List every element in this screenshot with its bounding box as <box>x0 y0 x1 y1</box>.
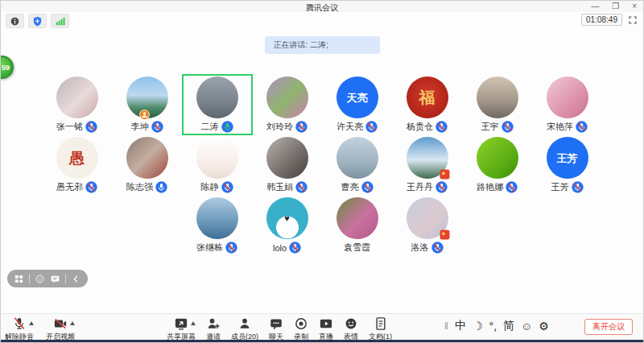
participant-tile[interactable]: 天亮许天亮 <box>323 75 392 134</box>
avatar <box>266 137 308 179</box>
toolbar-invite-icon-wrap <box>206 316 221 331</box>
participant-name-row: 李坤 <box>131 121 163 133</box>
mic-status-icon <box>576 121 588 133</box>
meeting-info-button[interactable] <box>6 14 24 28</box>
expand-arrow-icon[interactable] <box>191 321 196 325</box>
ime-settings-icon[interactable]: ⚙ <box>539 320 549 333</box>
participant-name: 王芳 <box>551 181 569 193</box>
participant-tile[interactable]: 宋艳萍 <box>533 75 602 134</box>
participant-tile[interactable]: 李坤 <box>113 75 182 134</box>
participant-tile[interactable]: 韩玉娟 <box>253 135 322 195</box>
mic-status-icon <box>436 181 448 193</box>
participant-tile[interactable]: 洛洛 <box>393 196 462 255</box>
avatar-text: 愚 <box>69 151 85 166</box>
ime-simplified-chinese[interactable]: 简 <box>503 319 514 333</box>
participant-name-row: 王宇 <box>481 121 514 133</box>
toolbar-share-screen-button[interactable]: 共享屏幕 <box>167 316 196 342</box>
toolbar-docs-icon-wrap <box>374 316 388 331</box>
ime-bar[interactable]: ‖中☽°,简☺⚙ <box>444 319 549 333</box>
avatar <box>407 137 448 179</box>
ime-emoji-icon[interactable]: ☺ <box>521 320 532 333</box>
close-button[interactable]: × <box>632 2 637 11</box>
avatar <box>477 76 518 118</box>
participant-tile-active-speaker[interactable]: 二涛 <box>183 75 252 134</box>
participant-tile[interactable]: 陈静 <box>183 135 252 195</box>
shield-icon <box>32 16 43 27</box>
toolbar-live-button[interactable]: 直播 <box>319 316 333 342</box>
participant-name: lolo <box>273 243 287 253</box>
participant-name-row: 张继栋 <box>196 242 237 254</box>
security-button[interactable] <box>28 14 47 28</box>
avatar-text: 天亮 <box>347 93 368 103</box>
participant-tile[interactable]: 刘玲玲 <box>253 75 322 134</box>
participant-tile[interactable]: 曹亮 <box>323 135 392 195</box>
smiley-button[interactable] <box>35 274 45 284</box>
participant-tile[interactable]: 王丹丹 <box>393 135 462 195</box>
participant-name: 二涛 <box>201 121 219 133</box>
participant-name: 宋艳萍 <box>547 121 573 133</box>
toolbar-chat-icon-wrap <box>269 316 283 331</box>
mic-status-icon <box>225 242 237 254</box>
toolbar-start-video-button[interactable]: 开启视频 <box>46 316 75 342</box>
signal-icon <box>55 16 65 27</box>
ime-punctuation-mode[interactable]: °, <box>489 320 497 333</box>
participant-tile[interactable]: 王芳王芳 <box>533 135 602 195</box>
message-button[interactable] <box>50 274 60 284</box>
participant-name: 路艳娜 <box>477 181 503 193</box>
toolbar-emoji-button[interactable]: 表情 <box>344 316 358 342</box>
invite-icon <box>206 316 221 331</box>
restore-button[interactable]: ❐ <box>612 2 619 11</box>
expand-arrow-icon[interactable] <box>29 321 34 325</box>
ime-drag-handle[interactable]: ‖ <box>444 320 448 332</box>
mic-status-icon <box>221 121 233 133</box>
participant-tile[interactable]: 愚愚无邪 <box>43 135 112 195</box>
toolbar-chat-button[interactable]: 聊天 <box>269 316 283 342</box>
meeting-status-bar <box>6 14 69 28</box>
flag-badge <box>440 229 450 240</box>
participant-name-row: 陈静 <box>201 181 233 193</box>
participant-tile[interactable]: ♥lolo <box>253 196 322 255</box>
participant-name-row: 王丹丹 <box>407 181 448 193</box>
participant-tile[interactable]: 陈志强 <box>113 135 182 195</box>
record-icon <box>294 316 308 331</box>
participant-tile[interactable]: 张继栋 <box>183 196 252 255</box>
participant-name: 袁雪霞 <box>344 242 370 254</box>
mic-status-icon <box>151 121 163 133</box>
floating-timer-text: 59 <box>2 64 10 72</box>
docs-icon <box>374 316 388 331</box>
ime-mode-chinese[interactable]: 中 <box>455 319 466 333</box>
minimize-button[interactable]: — <box>591 2 599 11</box>
annotation-toolbar[interactable] <box>7 270 88 287</box>
toolbar-members-button[interactable]: 成员(20) <box>231 316 258 342</box>
camera-off-icon <box>53 316 68 331</box>
ime-moon-icon[interactable]: ☽ <box>473 320 483 333</box>
participant-name: 陈志强 <box>126 181 153 193</box>
toolbar-emoji-icon-wrap <box>344 316 358 331</box>
participant-tile[interactable]: 福杨贵仓 <box>393 75 462 134</box>
apps-button[interactable] <box>14 274 24 284</box>
expand-arrow-icon[interactable] <box>70 321 75 325</box>
participant-name-row: 张一铭 <box>56 121 97 133</box>
toolbar-live-icon-wrap <box>319 316 333 331</box>
mic-status-icon <box>506 181 518 193</box>
toolbar-invite-button[interactable]: 邀请 <box>206 316 221 342</box>
collapse-button[interactable] <box>71 274 81 284</box>
collapse-icon <box>71 274 81 284</box>
participant-tile[interactable]: 张一铭 <box>43 75 112 134</box>
toolbar-docs-button[interactable]: 文档(1) <box>369 316 392 342</box>
avatar <box>126 76 168 118</box>
fullscreen-icon[interactable] <box>628 15 638 25</box>
participant-tile[interactable]: 路艳娜 <box>463 135 532 195</box>
participant-name: 陈静 <box>201 181 219 193</box>
share-screen-icon <box>174 316 188 331</box>
network-quality-button[interactable] <box>51 14 69 28</box>
participant-tile[interactable]: 袁雪霞 <box>323 196 392 255</box>
avatar-text: ♥ <box>284 214 290 223</box>
participant-row: 张继栋♥lolo袁雪霞洛洛 <box>1 196 643 255</box>
leave-meeting-button[interactable]: 离开会议 <box>584 319 633 335</box>
participant-name-row: 王芳 <box>551 181 584 193</box>
toolbar-record-button[interactable]: 录制 <box>294 316 308 342</box>
avatar <box>196 76 238 118</box>
toolbar-unmute-button[interactable]: 解除静音 <box>5 316 34 342</box>
participant-tile[interactable]: 王宇 <box>463 75 532 134</box>
